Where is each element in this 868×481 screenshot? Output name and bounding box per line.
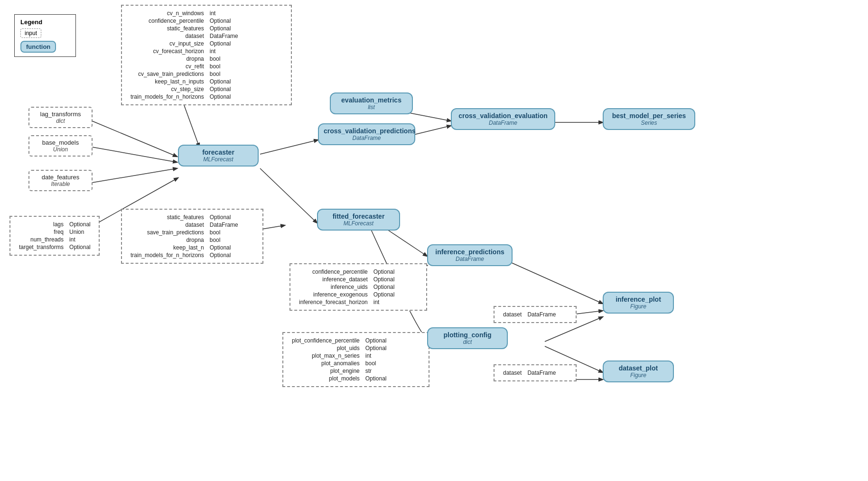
param-row: dropnabool	[128, 236, 241, 244]
svg-line-13	[502, 259, 603, 304]
cv-predictions-node: cross_validation_predictions DataFrame	[318, 123, 415, 145]
forecaster-node: forecaster MLForecast	[178, 145, 259, 166]
date-features-name: date_features	[34, 174, 87, 181]
forecaster-name: forecaster	[184, 148, 253, 156]
param-row: confidence_percentileOptional	[128, 17, 241, 25]
param-row: lagsOptional	[16, 221, 93, 228]
param-row: datasetDataFrame	[500, 311, 559, 318]
lag-transforms-type: dict	[34, 118, 87, 124]
dataset-plot-box: datasetDataFrame	[494, 364, 577, 381]
ds-plot-name: dataset_plot	[608, 364, 668, 372]
lag-transforms-name: lag_transforms	[34, 111, 87, 118]
param-row: cv_step_sizeOptional	[128, 85, 241, 93]
best-model-type: Series	[608, 120, 690, 126]
param-row: datasetDataFrame	[128, 32, 241, 40]
eval-metrics-type: list	[336, 104, 407, 111]
param-row: confidence_percentileOptional	[296, 268, 397, 276]
plotting-config-node: plotting_config dict	[427, 327, 508, 349]
param-row: inference_uidsOptional	[296, 283, 397, 291]
inference-predictions-node: inference_predictions DataFrame	[427, 244, 513, 266]
inf-preds-name: inference_predictions	[433, 248, 507, 256]
inf-preds-type: DataFrame	[433, 256, 507, 262]
param-row: freqUnion	[16, 228, 93, 236]
param-row: train_models_for_n_horizonsOptional	[128, 251, 241, 259]
param-row: static_featuresOptional	[128, 25, 241, 32]
cv-evaluation-node: cross_validation_evaluation DataFrame	[451, 108, 555, 130]
param-row: plot_anomaliesbool	[289, 360, 389, 367]
cv-params-box: cv_n_windowsint confidence_percentileOpt…	[121, 5, 292, 105]
dataset-inference-box: datasetDataFrame	[494, 306, 577, 323]
date-features-node: date_features Iterable	[28, 170, 93, 191]
param-row: cv_input_sizeOptional	[128, 40, 241, 47]
legend-input-label: input	[20, 28, 41, 38]
param-row: datasetDataFrame	[128, 221, 241, 229]
param-row: plot_max_n_seriesint	[289, 352, 389, 360]
init-params-box: lagsOptional freqUnion num_threadsint ta…	[9, 216, 100, 256]
param-row: save_train_predictionsbool	[128, 229, 241, 236]
param-row: keep_last_n_inputsOptional	[128, 78, 241, 85]
param-row: train_models_for_n_horizonsOptional	[128, 93, 241, 101]
plot-params-box: plot_confidence_percentileOptional plot_…	[282, 332, 429, 387]
param-row: cv_forecast_horizonint	[128, 47, 241, 55]
svg-line-5	[260, 140, 318, 154]
best-model-name: best_model_per_series	[608, 112, 690, 120]
base-models-node: base_models Union	[28, 135, 93, 157]
param-row: inference_exogenousOptional	[296, 291, 397, 298]
svg-line-2	[92, 168, 177, 183]
param-row: static_featuresOptional	[128, 213, 241, 221]
param-row: plot_uidsOptional	[289, 344, 389, 352]
cv-eval-type: DataFrame	[457, 120, 550, 126]
param-row: keep_last_nOptional	[128, 244, 241, 251]
legend-box: Legend input function	[14, 14, 76, 57]
cv-preds-type: DataFrame	[324, 135, 410, 141]
fitted-fc-name: fitted_forecaster	[323, 213, 394, 220]
evaluation-metrics-node: evaluation_metrics list	[330, 92, 413, 114]
param-row: plot_enginestr	[289, 367, 389, 375]
forecaster-type: MLForecast	[184, 156, 253, 163]
inference-plot-node: inference_plot Figure	[603, 292, 674, 314]
param-row: datasetDataFrame	[500, 369, 559, 377]
predict-params-box: confidence_percentileOptional inference_…	[289, 263, 427, 311]
legend-title: Legend	[20, 18, 70, 26]
best-model-node: best_model_per_series Series	[603, 108, 695, 130]
plot-config-name: plotting_config	[433, 331, 502, 339]
param-row: cv_save_train_predictionsbool	[128, 70, 241, 78]
lag-transforms-node: lag_transforms dict	[28, 107, 93, 128]
date-features-type: Iterable	[34, 181, 87, 187]
cv-eval-name: cross_validation_evaluation	[457, 112, 550, 120]
base-models-name: base_models	[34, 139, 87, 146]
svg-line-1	[92, 147, 177, 162]
param-row: target_transformsOptional	[16, 243, 93, 251]
ds-plot-type: Figure	[608, 372, 668, 379]
fitted-fc-type: MLForecast	[323, 220, 394, 227]
param-row: inference_forecast_horizonint	[296, 298, 397, 306]
svg-line-0	[92, 121, 177, 157]
dataset-plot-node: dataset_plot Figure	[603, 361, 674, 382]
base-models-type: Union	[34, 146, 87, 153]
param-row: num_threadsint	[16, 236, 93, 243]
inf-plot-type: Figure	[608, 303, 668, 310]
param-row: cv_n_windowsint	[128, 9, 241, 17]
eval-metrics-name: evaluation_metrics	[336, 96, 407, 104]
fit-params-box: static_featuresOptional datasetDataFrame…	[121, 209, 263, 264]
inf-plot-name: inference_plot	[608, 296, 668, 303]
plot-config-type: dict	[433, 339, 502, 345]
param-row: cv_refitbool	[128, 63, 241, 70]
legend-function-label: function	[20, 41, 56, 53]
param-row: dropnabool	[128, 55, 241, 63]
svg-line-6	[260, 168, 317, 223]
param-row: plot_modelsOptional	[289, 375, 389, 382]
param-row: plot_confidence_percentileOptional	[289, 337, 389, 344]
cv-preds-name: cross_validation_predictions	[324, 127, 410, 135]
param-row: inference_datasetOptional	[296, 276, 397, 283]
fitted-forecaster-node: fitted_forecaster MLForecast	[317, 209, 400, 231]
